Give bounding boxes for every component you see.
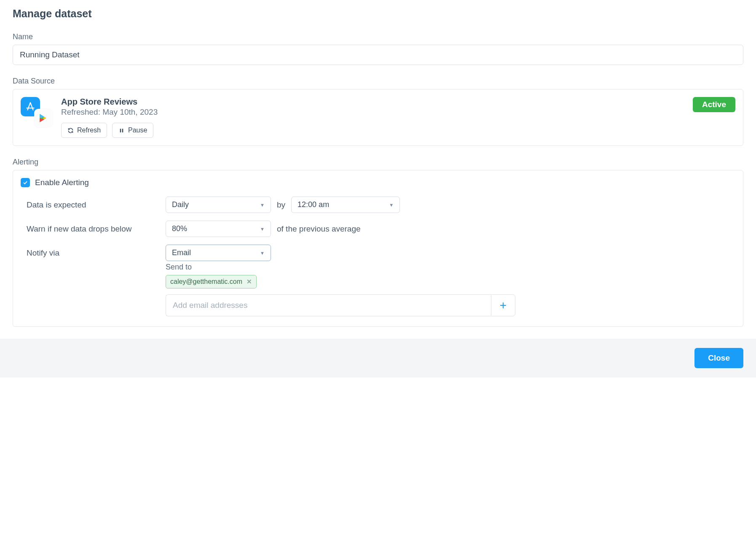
data-source-icons [21, 97, 54, 130]
frequency-value: Daily [172, 200, 189, 209]
chevron-down-icon: ▼ [389, 202, 394, 207]
recipient-email: caley@getthematic.com [170, 278, 242, 286]
chevron-down-icon: ▼ [260, 251, 265, 256]
threshold-value: 80% [172, 224, 187, 233]
footer: Close [0, 339, 756, 377]
name-input[interactable] [13, 45, 743, 65]
page-title: Manage dataset [13, 8, 743, 20]
add-email-button[interactable]: + [491, 294, 515, 316]
refresh-icon [67, 127, 74, 134]
data-source-refreshed: Refreshed: May 10th, 2023 [61, 108, 685, 117]
plus-icon: + [500, 299, 507, 312]
data-source-panel: App Store Reviews Refreshed: May 10th, 2… [13, 89, 743, 146]
data-expected-label: Data is expected [27, 200, 166, 210]
check-icon [22, 180, 28, 186]
notify-method-value: Email [172, 248, 191, 257]
enable-alerting-checkbox[interactable] [21, 178, 30, 187]
by-label: by [277, 200, 285, 210]
chevron-down-icon: ▼ [260, 202, 265, 207]
name-label: Name [13, 32, 743, 41]
alerting-label: Alerting [13, 158, 743, 167]
notify-label: Notify via [27, 248, 166, 258]
refresh-button-label: Refresh [77, 127, 101, 134]
refresh-button[interactable]: Refresh [61, 123, 107, 138]
notify-method-select[interactable]: Email ▼ [166, 245, 271, 261]
svg-rect-0 [120, 129, 121, 132]
email-input[interactable] [166, 294, 491, 316]
recipient-chip: caley@getthematic.com ✕ [166, 275, 257, 288]
chevron-down-icon: ▼ [260, 226, 265, 232]
pause-button[interactable]: Pause [112, 123, 153, 138]
by-time-select[interactable]: 12:00 am ▼ [291, 197, 400, 213]
frequency-select[interactable]: Daily ▼ [166, 197, 271, 213]
by-time-value: 12:00 am [298, 200, 329, 209]
pause-button-label: Pause [128, 127, 147, 134]
enable-alerting-label: Enable Alerting [35, 178, 89, 187]
pause-icon [118, 127, 125, 134]
svg-rect-1 [122, 129, 123, 132]
warn-label: Warn if new data drops below [27, 224, 166, 234]
warn-suffix: of the previous average [277, 224, 361, 234]
alerting-panel: Enable Alerting Data is expected Daily ▼… [13, 170, 743, 327]
playstore-icon [34, 109, 53, 127]
send-to-label: Send to [166, 263, 735, 272]
threshold-select[interactable]: 80% ▼ [166, 221, 271, 237]
status-badge: Active [693, 97, 735, 112]
close-button[interactable]: Close [694, 348, 743, 368]
data-source-title: App Store Reviews [61, 97, 685, 107]
data-source-label: Data Source [13, 77, 743, 86]
remove-recipient-icon[interactable]: ✕ [247, 278, 252, 286]
